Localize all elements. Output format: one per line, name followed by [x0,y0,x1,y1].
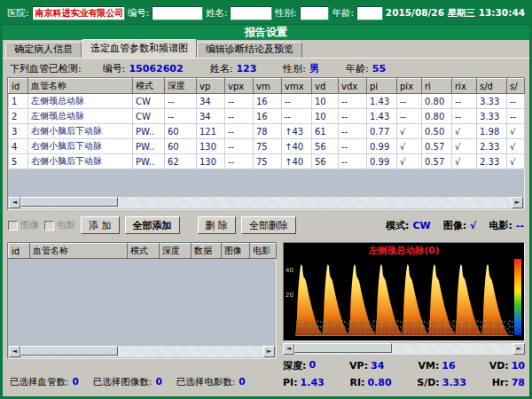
table-cell[interactable]: -- [339,94,367,109]
vessel-table-hscrollbar[interactable]: ◄ ► [9,197,523,208]
table-cell[interactable]: ↑43 [282,124,312,139]
hospital-field[interactable]: 南京科进实业有限公司 [32,6,125,20]
table-cell[interactable]: -- [339,139,367,154]
cine-checkbox[interactable]: 电影 [44,219,75,231]
patient-no-field[interactable] [152,6,203,20]
table-cell[interactable]: 左侧颈总动脉 [28,109,133,124]
table-cell[interactable]: 2 [9,109,28,124]
table-cell[interactable]: 121 [197,124,225,139]
table-cell[interactable]: -- [507,109,525,124]
table-cell[interactable]: 60 [165,124,197,139]
table-cell[interactable]: -- [282,109,312,124]
add-all-button[interactable]: 全部添加 [125,216,180,234]
spectrum-hscrollbar[interactable]: ◄ ► [283,343,525,355]
table-cell[interactable]: 1.98 [477,124,507,139]
table-cell[interactable]: 0.80 [422,94,452,109]
table-cell[interactable]: 61 [312,124,339,139]
scroll-left-icon[interactable]: ◄ [9,197,20,208]
table-cell[interactable]: 1.43 [367,109,397,124]
checkbox-icon[interactable] [44,221,54,231]
table-cell[interactable]: 0.99 [367,154,397,169]
table-cell[interactable]: PW.. [133,139,165,154]
table-cell[interactable]: -- [397,109,422,124]
table-cell[interactable]: -- [452,109,477,124]
table-cell[interactable]: √ [507,124,525,139]
table-cell[interactable]: √ [397,124,422,139]
table-cell[interactable]: -- [225,109,254,124]
table-cell[interactable]: 1.43 [367,94,397,109]
table-row[interactable]: 4右侧小脑后下动脉PW..60130--75↑4056--0.99√0.57√2… [9,139,525,154]
table-cell[interactable]: 0.57 [422,139,452,154]
table-row[interactable]: 5右侧小脑后下动脉PW..62130--75↑4056--0.99√0.57√2… [9,154,525,169]
table-cell[interactable]: 右侧小脑后下动脉 [28,154,133,169]
table-cell[interactable]: -- [339,154,367,169]
table-row[interactable]: 1左侧颈总动脉CW--34--16--10--1.43--0.80--3.33-… [9,94,525,109]
scrollbar-thumb[interactable] [294,343,392,353]
table-cell[interactable]: 62 [165,154,197,169]
scroll-right-icon[interactable]: ► [513,343,525,355]
scrollbar-track[interactable] [20,197,512,208]
checkbox-icon[interactable] [8,221,18,231]
delete-all-button[interactable]: 全部删除 [241,216,296,234]
table-cell[interactable]: 0.57 [422,154,452,169]
table-cell[interactable]: PW.. [133,124,165,139]
scrollbar-thumb[interactable] [20,346,118,356]
gender-field[interactable] [300,6,330,20]
table-row[interactable]: 2左侧颈总动脉CW--34--16--10--1.43--0.80--3.33-… [9,109,525,124]
table-row[interactable]: 3右侧小脑后下动脉PW..60121--78↑4361--0.77√0.50√1… [9,124,525,139]
table-cell[interactable]: -- [225,154,254,169]
add-button[interactable]: 添 加 [81,216,120,234]
table-cell[interactable]: -- [339,109,367,124]
table-cell[interactable]: 10 [312,94,339,109]
table-cell[interactable]: -- [165,109,197,124]
table-cell[interactable]: -- [225,94,254,109]
table-cell[interactable]: 10 [312,109,339,124]
table-cell[interactable]: 75 [254,154,282,169]
scroll-right-icon[interactable]: ► [512,197,523,208]
table-cell[interactable]: 75 [254,139,282,154]
table-cell[interactable]: 0.50 [422,124,452,139]
table-cell[interactable]: 5 [9,154,28,169]
table-cell[interactable]: -- [339,124,367,139]
age-field[interactable] [356,6,383,20]
table-cell[interactable]: 60 [165,139,197,154]
image-checkbox[interactable]: 图像 [8,219,39,231]
tab-patient-info[interactable]: 确定病人信息 [5,42,82,58]
table-cell[interactable]: 右侧小脑后下动脉 [28,124,133,139]
table-cell[interactable]: 2.33 [477,139,507,154]
table-cell[interactable]: -- [452,94,477,109]
table-cell[interactable]: -- [165,94,197,109]
table-cell[interactable]: √ [452,154,477,169]
table-cell[interactable]: 56 [312,139,339,154]
table-cell[interactable]: -- [225,124,254,139]
table-cell[interactable]: √ [507,139,525,154]
table-cell[interactable]: 3 [9,124,28,139]
table-cell[interactable]: 130 [197,154,225,169]
table-cell[interactable]: CW [133,109,165,124]
table-cell[interactable]: √ [507,154,525,169]
table-cell[interactable]: -- [282,94,312,109]
table-cell[interactable]: 78 [254,124,282,139]
table-cell[interactable]: 4 [9,139,28,154]
patient-name-field[interactable] [230,6,272,20]
tab-diagnosis-preview[interactable]: 编辑诊断结论及预览 [197,42,302,58]
table-cell[interactable]: 16 [254,94,282,109]
table-cell[interactable]: 0.80 [422,109,452,124]
table-cell[interactable]: 34 [197,109,225,124]
table-cell[interactable]: √ [452,124,477,139]
table-cell[interactable]: 右侧小脑后下动脉 [28,139,133,154]
table-cell[interactable]: 16 [254,109,282,124]
table-cell[interactable]: 130 [197,139,225,154]
scroll-left-icon[interactable]: ◄ [283,343,294,355]
table-cell[interactable]: √ [452,139,477,154]
scrollbar-track[interactable] [20,346,263,357]
tab-vessel-params[interactable]: 选定血管参数和频谱图 [82,39,197,58]
table-cell[interactable]: CW [133,94,165,109]
table-cell[interactable]: 左侧颈总动脉 [28,94,133,109]
scroll-left-icon[interactable]: ◄ [9,346,20,357]
table-cell[interactable]: 3.33 [477,94,507,109]
table-cell[interactable]: 0.99 [367,139,397,154]
table-cell[interactable]: ↑40 [282,139,312,154]
table-cell[interactable]: 0.77 [367,124,397,139]
selected-table-hscrollbar[interactable]: ◄ ► [9,346,275,357]
